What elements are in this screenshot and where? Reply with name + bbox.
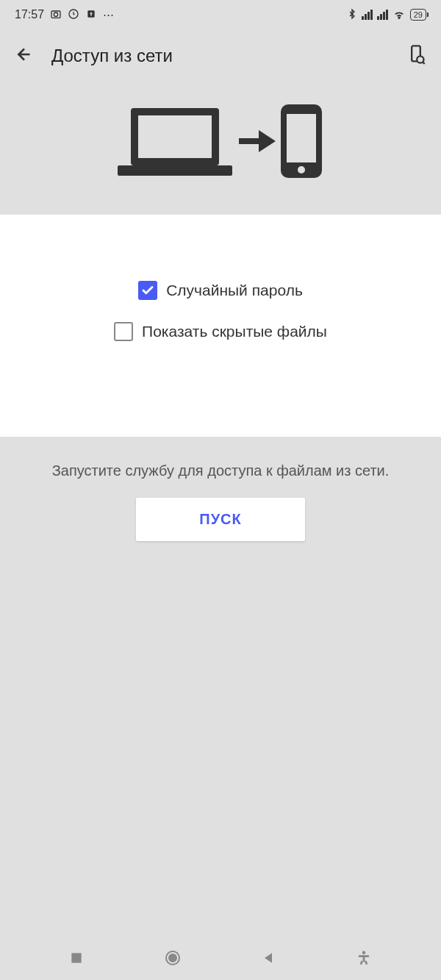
show-hidden-label: Показать скрытые файлы (142, 323, 327, 340)
home-button[interactable] (164, 949, 182, 967)
back-arrow-icon[interactable] (15, 45, 34, 67)
laptop-to-phone-icon (118, 101, 323, 189)
hero-section (0, 82, 441, 215)
bluetooth-icon (347, 7, 357, 23)
options-section: Случайный пароль Показать скрытые файлы (0, 215, 441, 437)
svg-marker-10 (259, 130, 276, 152)
more-icon: ⋯ (103, 8, 114, 21)
status-right-group: 29 (347, 7, 426, 23)
device-search-icon[interactable] (406, 44, 426, 68)
upload-icon (85, 8, 97, 22)
status-left-group: 17:57 ⋯ (15, 8, 114, 22)
checkbox-unchecked-icon[interactable] (114, 322, 133, 341)
random-password-label: Случайный пароль (166, 282, 303, 299)
show-hidden-option[interactable]: Показать скрытые файлы (0, 322, 441, 341)
svg-rect-23 (365, 960, 368, 965)
svg-rect-7 (138, 115, 212, 158)
svg-rect-12 (287, 114, 316, 162)
svg-point-1 (54, 12, 57, 16)
checkbox-checked-icon[interactable] (138, 281, 157, 300)
status-bar: 17:57 ⋯ 29 (0, 0, 441, 29)
svg-point-13 (298, 166, 305, 174)
app-bar: Доступ из сети (0, 29, 441, 82)
svg-point-5 (417, 56, 423, 62)
start-button[interactable]: ПУСК (136, 498, 305, 541)
recent-apps-button[interactable] (69, 951, 84, 965)
battery-level: 29 (414, 10, 423, 19)
svg-rect-15 (72, 953, 82, 962)
accessibility-button[interactable] (356, 950, 372, 966)
camera-icon (50, 8, 62, 22)
svg-rect-21 (362, 955, 365, 962)
clock-alarm-icon (68, 8, 79, 22)
signal-icon-2 (377, 10, 388, 20)
svg-point-19 (362, 951, 365, 954)
action-section: Запустите службу для доступа к файлам из… (0, 437, 441, 571)
battery-icon: 29 (410, 9, 426, 21)
instruction-text: Запустите службу для доступа к файлам из… (22, 462, 419, 479)
svg-point-17 (169, 954, 176, 962)
svg-marker-18 (265, 953, 272, 962)
status-time: 17:57 (15, 8, 44, 21)
signal-icon-1 (362, 10, 373, 20)
svg-rect-8 (118, 165, 232, 176)
svg-rect-22 (359, 960, 362, 965)
back-button[interactable] (261, 951, 276, 965)
random-password-option[interactable]: Случайный пароль (0, 281, 441, 300)
svg-point-3 (398, 17, 400, 18)
page-title: Доступ из сети (51, 46, 388, 66)
navigation-bar (0, 936, 441, 980)
wifi-icon (392, 7, 406, 23)
